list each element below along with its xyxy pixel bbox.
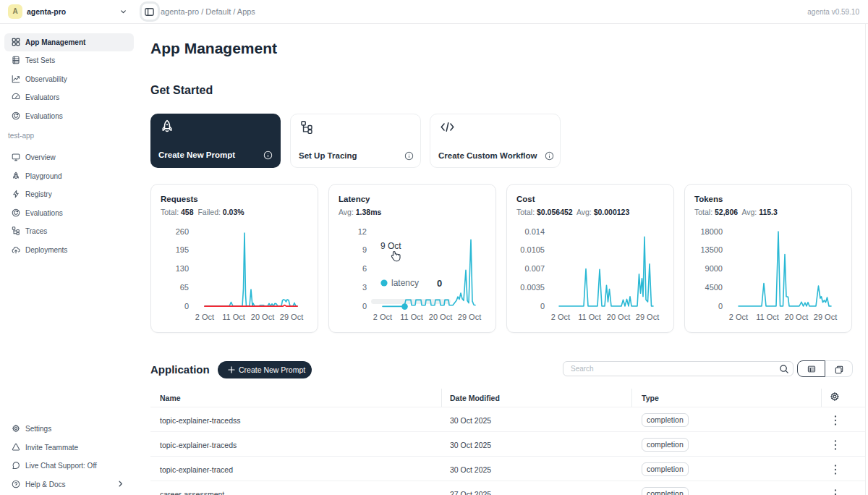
svg-text:0: 0 [362, 302, 367, 310]
svg-text:4500: 4500 [705, 283, 723, 292]
svg-text:11 Oct: 11 Oct [222, 313, 245, 321]
svg-text:3: 3 [362, 283, 367, 292]
svg-text:29 Oct: 29 Oct [814, 313, 837, 321]
svg-text:0: 0 [718, 302, 723, 310]
svg-text:0.0105: 0.0105 [520, 245, 545, 254]
svg-text:2 Oct: 2 Oct [373, 313, 392, 321]
svg-text:20 Oct: 20 Oct [607, 313, 630, 321]
svg-text:9: 9 [362, 245, 367, 254]
svg-text:20 Oct: 20 Oct [785, 313, 808, 321]
svg-text:0.014: 0.014 [524, 227, 545, 236]
svg-text:12: 12 [358, 227, 367, 236]
svg-text:11 Oct: 11 Oct [756, 313, 779, 321]
svg-text:9 Oct: 9 Oct [380, 241, 401, 251]
svg-text:29 Oct: 29 Oct [280, 313, 303, 321]
svg-text:11 Oct: 11 Oct [400, 313, 423, 321]
svg-text:20 Oct: 20 Oct [429, 313, 452, 321]
svg-text:latency: latency [391, 278, 419, 288]
svg-text:195: 195 [176, 245, 189, 254]
svg-text:13500: 13500 [700, 245, 723, 254]
svg-text:65: 65 [180, 283, 189, 292]
svg-text:0.007: 0.007 [524, 264, 545, 273]
svg-text:9000: 9000 [705, 264, 723, 273]
svg-text:0: 0 [184, 302, 189, 310]
svg-text:18000: 18000 [700, 227, 723, 236]
svg-text:2 Oct: 2 Oct [729, 313, 748, 321]
svg-text:11 Oct: 11 Oct [578, 313, 601, 321]
svg-text:6: 6 [362, 264, 367, 273]
svg-text:2 Oct: 2 Oct [195, 313, 214, 321]
svg-text:0.0035: 0.0035 [520, 283, 545, 292]
svg-text:2 Oct: 2 Oct [551, 313, 570, 321]
svg-text:29 Oct: 29 Oct [636, 313, 659, 321]
svg-text:20 Oct: 20 Oct [251, 313, 274, 321]
svg-text:0: 0 [437, 278, 442, 289]
svg-text:260: 260 [176, 227, 189, 236]
svg-text:130: 130 [176, 264, 189, 273]
svg-text:0: 0 [540, 302, 545, 310]
svg-text:29 Oct: 29 Oct [458, 313, 481, 321]
